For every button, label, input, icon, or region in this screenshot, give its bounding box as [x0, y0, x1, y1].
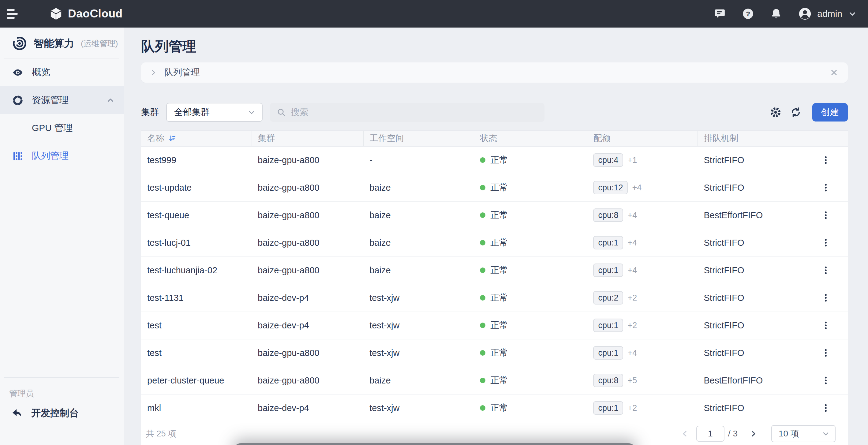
status-dot — [480, 350, 486, 356]
queue-mechanism: StrictFIFO — [698, 229, 804, 256]
queue-status: 正常 — [474, 201, 587, 229]
status-text: 正常 — [490, 154, 508, 166]
svg-text:?: ? — [746, 10, 750, 18]
status-text: 正常 — [490, 182, 508, 194]
queue-cluster: baize-gpu-a800 — [252, 146, 363, 174]
status-dot — [480, 185, 486, 190]
column-header-actions — [804, 130, 848, 146]
row-actions-button[interactable] — [816, 152, 836, 168]
row-actions-button[interactable] — [816, 208, 836, 223]
kebab-icon — [821, 348, 830, 357]
row-actions-button[interactable] — [816, 373, 836, 388]
prev-page-button[interactable] — [680, 429, 689, 438]
kebab-icon — [821, 403, 830, 413]
user-menu[interactable]: admin — [798, 7, 857, 21]
role-label: 管理员 — [0, 378, 124, 399]
brand-name: DaoCloud — [68, 7, 123, 20]
next-page-button[interactable] — [749, 429, 758, 438]
row-actions-button[interactable] — [816, 235, 836, 250]
notifications-button[interactable] — [770, 8, 782, 20]
row-actions-button[interactable] — [816, 318, 836, 333]
table-row[interactable]: test baize-dev-p4 test-xjw 正常 cpu:1 +2 S… — [141, 312, 848, 339]
eye-icon — [12, 67, 23, 78]
quota-extra-count: +4 — [627, 266, 637, 275]
settings-button[interactable] — [770, 107, 781, 118]
quota-extra-count: +4 — [627, 238, 637, 248]
queue-quota: cpu:1 +2 — [587, 312, 698, 339]
table-row[interactable]: test-lucj-01 baize-gpu-a800 baize 正常 cpu… — [141, 229, 848, 256]
status-text: 正常 — [490, 402, 508, 414]
sidebar-item-resource-management[interactable]: 资源管理 — [0, 86, 124, 114]
table-row[interactable]: mkl baize-dev-p4 test-xjw 正常 cpu:1 +2 St… — [141, 394, 848, 422]
close-tab-button[interactable] — [830, 68, 839, 77]
kebab-icon — [821, 211, 830, 220]
product-title: 智能算力 — [34, 37, 74, 51]
search-field — [270, 103, 545, 122]
avatar-icon — [798, 7, 812, 21]
refresh-button[interactable] — [790, 107, 801, 118]
queue-cluster: baize-gpu-a800 — [252, 256, 363, 284]
sidebar-item-gpu-management[interactable]: GPU 管理 — [0, 114, 124, 142]
table-row[interactable]: test999 baize-gpu-a800 - 正常 cpu:4 +1 Str… — [141, 146, 848, 174]
queue-mechanism: StrictFIFO — [698, 174, 804, 201]
queue-workspace: baize — [363, 256, 474, 284]
column-header-workspace[interactable]: 工作空间 — [363, 130, 474, 146]
table-row[interactable]: test-update baize-gpu-a800 baize 正常 cpu:… — [141, 174, 848, 201]
column-header-mechanism[interactable]: 排队机制 — [698, 130, 804, 146]
app-root: DaoCloud ? — [0, 0, 868, 445]
row-actions-button[interactable] — [816, 400, 836, 416]
table-row[interactable]: test-queue baize-gpu-a800 baize 正常 cpu:8… — [141, 201, 848, 229]
product-switcher[interactable]: 智能算力 (运维管理) — [0, 28, 124, 58]
sidebar-item-label: GPU 管理 — [32, 122, 72, 134]
dev-console-label: 开发控制台 — [31, 407, 79, 420]
search-input[interactable] — [291, 107, 538, 117]
quota-badge: cpu:1 — [593, 401, 623, 415]
product-subtitle: (运维管理) — [81, 38, 118, 49]
cube-logo-icon — [49, 7, 63, 21]
status-text: 正常 — [490, 374, 508, 386]
quota-extra-count: +2 — [627, 293, 637, 303]
row-actions-button[interactable] — [816, 345, 836, 360]
queue-mechanism: StrictFIFO — [698, 146, 804, 174]
row-actions-button[interactable] — [816, 180, 836, 195]
column-header-name[interactable]: 名称 — [141, 130, 252, 146]
breadcrumb[interactable]: 队列管理 — [149, 66, 200, 78]
column-header-status[interactable]: 状态 — [474, 130, 587, 146]
messages-button[interactable] — [714, 8, 726, 20]
queue-icon — [12, 151, 23, 162]
row-actions-button[interactable] — [816, 263, 836, 278]
status-text: 正常 — [490, 264, 508, 276]
sidebar-nav: 概览 资源管理 GPU 管理 — [0, 59, 124, 170]
chat-icon — [714, 8, 726, 20]
row-actions-button[interactable] — [816, 290, 836, 306]
sidebar-item-queue-management[interactable]: 队列管理 — [0, 142, 124, 170]
gear-icon — [770, 107, 781, 118]
queue-cluster: baize-gpu-a800 — [252, 367, 363, 394]
username: admin — [817, 8, 842, 19]
queue-status: 正常 — [474, 284, 587, 312]
queue-quota: cpu:1 +2 — [587, 394, 698, 422]
table-row[interactable]: test-1131 baize-dev-p4 test-xjw 正常 cpu:2… — [141, 284, 848, 312]
queue-workspace: test-xjw — [363, 284, 474, 312]
quota-badge: cpu:4 — [593, 153, 623, 167]
sort-icon[interactable] — [168, 134, 176, 142]
cluster-select[interactable]: 全部集群 — [166, 103, 262, 122]
help-button[interactable]: ? — [742, 8, 754, 20]
page-number-input[interactable] — [696, 426, 724, 442]
page-size-select[interactable]: 10 项 — [771, 425, 836, 442]
column-header-quota[interactable]: 配额 — [587, 130, 698, 146]
table-row[interactable]: test-luchuanjia-02 baize-gpu-a800 baize … — [141, 256, 848, 284]
sidebar-item-overview[interactable]: 概览 — [0, 59, 124, 86]
status-dot — [480, 405, 486, 411]
queue-workspace: baize — [363, 174, 474, 201]
create-button[interactable]: 创建 — [812, 103, 848, 122]
main-content: 队列管理 队列管理 集群 全部集群 — [124, 28, 868, 445]
column-header-cluster[interactable]: 集群 — [252, 130, 363, 146]
quota-badge: cpu:1 — [593, 236, 623, 249]
table-row[interactable]: peter-cluster-queue baize-gpu-a800 baize… — [141, 367, 848, 394]
table-row[interactable]: test baize-gpu-a800 test-xjw 正常 cpu:1 +4… — [141, 339, 848, 367]
status-dot — [480, 157, 486, 163]
menu-toggle-button[interactable] — [7, 7, 23, 21]
queue-status: 正常 — [474, 229, 587, 256]
dev-console-link[interactable]: 开发控制台 — [0, 399, 124, 427]
